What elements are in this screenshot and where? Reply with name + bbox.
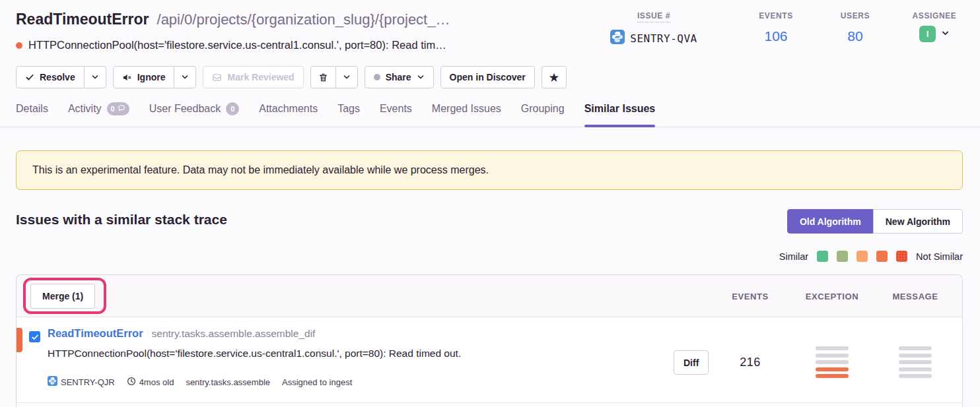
star-icon: ★ bbox=[549, 71, 559, 84]
resolve-dropdown-button[interactable] bbox=[84, 66, 106, 88]
row-short-id: SENTRY-QJR bbox=[48, 376, 115, 388]
issue-toolbar: Resolve Ignore Mark Reviewed bbox=[16, 66, 567, 88]
mark-reviewed-button[interactable]: Mark Reviewed bbox=[203, 66, 303, 88]
diff-button[interactable]: Diff bbox=[674, 350, 709, 375]
events-label: EVENTS bbox=[759, 11, 793, 20]
users-label: USERS bbox=[841, 11, 870, 20]
banner-text: This is an experimental feature. Data ma… bbox=[32, 164, 489, 176]
issue-tabs: Details Activity 0 User Feedback 0 Attac… bbox=[0, 102, 980, 127]
row-issue-message: HTTPConnectionPool(host='filestore.servi… bbox=[48, 348, 461, 360]
row-issue-title-link[interactable]: ReadTimeoutError bbox=[48, 327, 143, 340]
similar-issues-table: Merge (1) EVENTS EXCEPTION MESSAGE ReadT… bbox=[16, 274, 963, 407]
tab-tags[interactable]: Tags bbox=[337, 102, 360, 127]
tab-details[interactable]: Details bbox=[16, 102, 48, 127]
similarity-legend: Similar Not Similar bbox=[779, 251, 963, 262]
legend-not-similar-label: Not Similar bbox=[916, 251, 963, 262]
old-algorithm-button[interactable]: Old Algorithm bbox=[787, 209, 874, 234]
tab-user-feedback[interactable]: User Feedback 0 bbox=[149, 102, 240, 127]
tab-grouping[interactable]: Grouping bbox=[521, 102, 565, 127]
row-transaction: sentry.tasks.assemble bbox=[186, 377, 270, 387]
row-checkbox[interactable] bbox=[29, 331, 40, 342]
row-issue-meta: SENTRY-QJR 4mos old sentry.tasks.assembl… bbox=[48, 376, 352, 388]
python-platform-icon bbox=[610, 30, 625, 47]
chevron-down-icon bbox=[417, 73, 425, 81]
tab-attachments[interactable]: Attachments bbox=[259, 102, 318, 127]
issue-number-label: ISSUE # bbox=[637, 11, 670, 22]
assignee-label: ASSIGNEE bbox=[913, 11, 957, 20]
similarity-swatch-4 bbox=[876, 251, 888, 262]
resolve-button[interactable]: Resolve bbox=[16, 66, 85, 88]
row-age: 4mos old bbox=[127, 377, 174, 388]
stat-users: USERS 80 bbox=[825, 9, 885, 47]
python-platform-icon bbox=[48, 376, 57, 388]
exception-similarity-bars bbox=[792, 346, 872, 378]
speech-bubble-icon bbox=[118, 104, 125, 113]
issue-short-id: SENTRY-QVA bbox=[630, 32, 697, 45]
tab-activity[interactable]: Activity 0 bbox=[68, 102, 129, 127]
similarity-swatch-1 bbox=[817, 251, 828, 262]
message-similarity-bars bbox=[876, 346, 955, 378]
check-icon bbox=[25, 73, 34, 82]
column-header-exception: EXCEPTION bbox=[792, 292, 872, 301]
column-header-message: MESSAGE bbox=[876, 292, 955, 301]
chevron-down-icon bbox=[343, 73, 351, 81]
stat-events: EVENTS 106 bbox=[746, 9, 806, 47]
tab-events[interactable]: Events bbox=[380, 102, 412, 127]
similarity-swatch-3 bbox=[857, 251, 868, 262]
delete-dropdown-button[interactable] bbox=[335, 66, 358, 88]
clock-icon bbox=[127, 377, 136, 388]
issue-message: HTTPConnectionPool(host='filestore.servi… bbox=[28, 39, 446, 51]
experimental-feature-banner: This is an experimental feature. Data ma… bbox=[16, 150, 963, 190]
issue-short-id-value[interactable]: SENTRY-QVA bbox=[594, 30, 713, 47]
trash-icon bbox=[318, 73, 328, 82]
assignee-dropdown[interactable]: I bbox=[905, 26, 964, 42]
mute-icon bbox=[122, 73, 132, 82]
events-count[interactable]: 106 bbox=[746, 28, 806, 44]
similarity-swatch-5 bbox=[896, 251, 907, 262]
ignore-label: Ignore bbox=[137, 72, 166, 82]
tab-similar-issues[interactable]: Similar Issues bbox=[584, 102, 656, 127]
bookmark-star-button[interactable]: ★ bbox=[542, 66, 567, 88]
mark-reviewed-label: Mark Reviewed bbox=[227, 72, 294, 82]
error-level-icon bbox=[16, 42, 22, 49]
share-label: Share bbox=[386, 72, 411, 82]
tab-merged-issues[interactable]: Merged Issues bbox=[432, 102, 501, 127]
legend-similar-label: Similar bbox=[779, 251, 808, 262]
row-issue-culprit: sentry.tasks.assemble.assemble_dif bbox=[152, 328, 316, 340]
sentry-issue-page: ReadTimeoutError /api/0/projects/{organi… bbox=[0, 0, 980, 407]
issue-stats: ISSUE # SENTRY-QVA EVENTS 106 USERS 80 A… bbox=[594, 9, 964, 47]
share-button[interactable]: Share bbox=[365, 66, 434, 88]
table-header: Merge (1) EVENTS EXCEPTION MESSAGE bbox=[17, 275, 962, 317]
similarity-swatch-2 bbox=[837, 251, 848, 262]
chevron-down-icon bbox=[91, 73, 99, 81]
similar-issue-row: ReadTimeoutError sentry.tasks.assemble.a… bbox=[17, 317, 962, 403]
merge-button[interactable]: Merge (1) bbox=[30, 284, 95, 309]
share-status-dot-icon bbox=[374, 74, 380, 80]
stat-issue-number: ISSUE # SENTRY-QVA bbox=[594, 9, 713, 47]
issue-title: ReadTimeoutError bbox=[16, 11, 149, 28]
column-header-events: EVENTS bbox=[711, 292, 790, 301]
inbox-icon bbox=[212, 73, 222, 82]
algorithm-toggle: Old Algorithm New Algorithm bbox=[787, 209, 963, 234]
chevron-down-icon bbox=[941, 28, 950, 40]
user-feedback-count-badge: 0 bbox=[226, 102, 239, 115]
row-assignment: Assigned to ingest bbox=[282, 377, 352, 387]
assignee-avatar[interactable]: I bbox=[919, 26, 936, 42]
issue-endpoint-path: /api/0/projects/{organization_slug}/{pro… bbox=[157, 11, 450, 28]
stat-assignee: ASSIGNEE I bbox=[905, 9, 964, 47]
resolve-button-group: Resolve bbox=[16, 66, 106, 88]
issue-message-row: HTTPConnectionPool(host='filestore.servi… bbox=[16, 39, 446, 51]
chevron-down-icon bbox=[181, 73, 189, 81]
similar-stack-trace-heading: Issues with a similar stack trace bbox=[16, 212, 227, 228]
users-count[interactable]: 80 bbox=[825, 28, 885, 44]
ignore-button-group: Ignore bbox=[113, 66, 197, 88]
delete-button[interactable] bbox=[310, 66, 336, 88]
ignore-button[interactable]: Ignore bbox=[113, 66, 175, 88]
error-level-bar bbox=[17, 328, 22, 352]
delete-button-group bbox=[310, 66, 358, 88]
row-events-count: 216 bbox=[711, 356, 790, 369]
ignore-dropdown-button[interactable] bbox=[174, 66, 196, 88]
issue-header-title-row: ReadTimeoutError /api/0/projects/{organi… bbox=[16, 11, 450, 28]
new-algorithm-button[interactable]: New Algorithm bbox=[873, 209, 963, 234]
open-in-discover-button[interactable]: Open in Discover bbox=[440, 66, 535, 88]
